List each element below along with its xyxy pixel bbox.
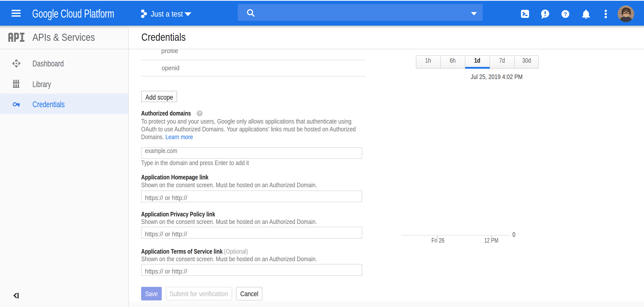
svg-text:?: ? bbox=[564, 11, 567, 17]
